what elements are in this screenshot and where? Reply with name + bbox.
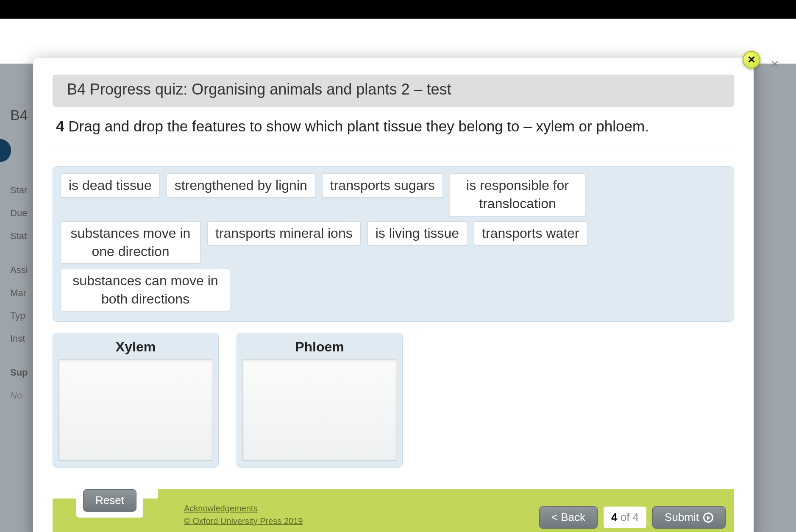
chip[interactable]: is responsible for translocation [450,173,585,216]
target-xylem: Xylem [53,333,219,468]
target-phloem: Phloem [237,333,403,468]
nav-controls: < Back 4 of 4 Submit [539,506,726,529]
reset-button[interactable]: Reset [83,489,136,512]
page-indicator: 4 of 4 [604,507,646,528]
page-current: 4 [611,511,617,524]
bg-label-sup: Sup [10,361,28,384]
draggable-pool: is dead tissue strengthened by lignin tr… [53,166,734,322]
page-overlay: × B4 Star Due Stat Assi Mar Typ Inst Sup… [0,19,796,532]
chip[interactable]: substances move in one direction [61,221,200,264]
acknowledgements: Acknowledgements © Oxford University Pre… [184,502,303,527]
chip[interactable]: transports mineral ions [207,221,361,245]
quiz-footer: Acknowledgements © Oxford University Pre… [53,489,734,532]
ack-link[interactable]: Acknowledgements [184,504,257,513]
quiz-modal: ✕ B4 Progress quiz: Organising animals a… [33,58,754,532]
browser-chrome [0,0,796,19]
bg-b4: B4 [10,103,28,126]
chip[interactable]: is living tissue [367,221,467,245]
question-number: 4 [56,118,64,134]
target-title: Xylem [58,337,213,359]
question-text: 4 Drag and drop the features to show whi… [53,107,734,148]
bg-label-no: No [10,384,28,407]
question-body: Drag and drop the features to show which… [68,118,649,134]
chip[interactable]: is dead tissue [61,173,160,198]
copyright-link[interactable]: © Oxford University Press 2019 [184,516,303,526]
footer-bar: Acknowledgements © Oxford University Pre… [53,499,734,532]
bg-pill [0,139,11,162]
chip[interactable]: substances can move in both directions [61,269,230,311]
submit-label: Submit [665,511,699,524]
background-close-icon[interactable]: × [767,56,782,71]
back-button[interactable]: < Back [539,506,598,529]
bg-label: Assi [10,259,28,281]
bg-label: Star [10,179,28,202]
quiz-title: B4 Progress quiz: Organising animals and… [53,75,734,107]
bg-label: Mar [10,281,28,304]
close-modal-button[interactable]: ✕ [743,51,760,69]
drop-targets: Xylem Phloem [53,333,734,468]
drop-well-xylem[interactable] [58,359,213,461]
background-sidebar: B4 Star Due Stat Assi Mar Typ Inst Sup N… [10,103,28,407]
bg-label: Inst [10,327,28,350]
submit-icon [703,513,713,523]
bg-label: Stat [10,225,28,248]
bg-label: Due [10,202,28,225]
drop-well-phloem[interactable] [242,359,397,461]
page-total: of 4 [617,511,639,524]
reset-container: Reset [76,483,143,518]
chip[interactable]: transports sugars [322,173,443,198]
page-header-white [0,19,796,64]
target-title: Phloem [242,337,397,359]
bg-label: Typ [10,304,28,327]
chip[interactable]: strengthened by lignin [167,173,315,198]
chip[interactable]: transports water [474,221,587,245]
submit-button[interactable]: Submit [652,506,726,529]
